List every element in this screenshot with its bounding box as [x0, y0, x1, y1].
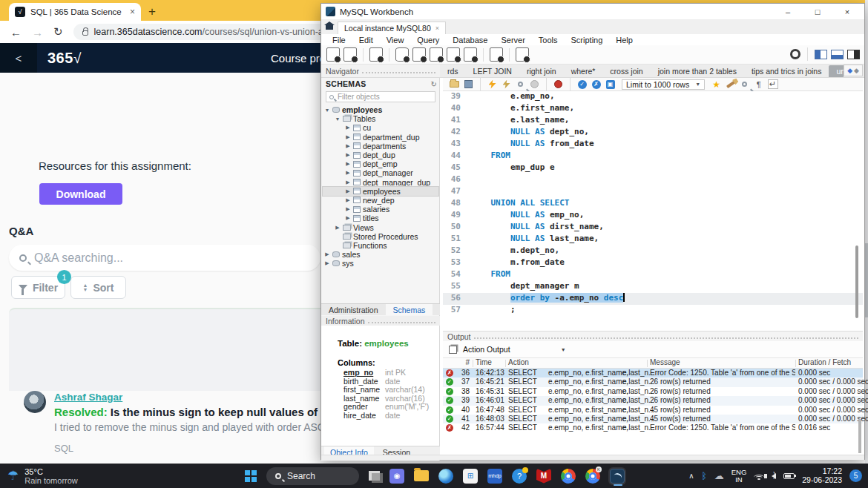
- tree-item[interactable]: ▶dept_manager_dup: [323, 178, 438, 187]
- tree-item[interactable]: ▶departments: [323, 142, 438, 151]
- file-explorer-icon[interactable]: [414, 470, 429, 481]
- editor-tab[interactable]: right join: [519, 65, 564, 77]
- code-line[interactable]: 50 NULL AS dirst_name,: [443, 222, 863, 234]
- menu-database[interactable]: Database: [446, 36, 494, 44]
- limit-rows-dropdown[interactable]: Limit to 1000 rows▼: [622, 79, 705, 90]
- rollback-icon[interactable]: ✗: [591, 79, 602, 89]
- collapsed-arrow-icon[interactable]: ▶: [345, 206, 351, 212]
- editor-tab[interactable]: join more than 2 tables: [651, 65, 744, 77]
- output-view-caret-icon[interactable]: ▼: [561, 347, 566, 352]
- execute-current-icon[interactable]: [501, 79, 512, 89]
- save-icon[interactable]: [463, 79, 474, 89]
- stop-on-error-icon[interactable]: [553, 79, 564, 89]
- schema-filter-input[interactable]: Filter objects: [326, 91, 435, 102]
- collapsed-arrow-icon[interactable]: ▶: [345, 152, 351, 158]
- tree-item[interactable]: ▶sales: [323, 250, 438, 259]
- tree-item[interactable]: Stored Procedures: [323, 232, 438, 241]
- editor-tab[interactable]: union*: [829, 65, 844, 77]
- code-line[interactable]: 40 e.first_name,: [443, 103, 863, 115]
- reload-icon[interactable]: ↻: [53, 25, 63, 39]
- create-function-icon[interactable]: [464, 47, 477, 62]
- wrap-text-icon[interactable]: ↵: [767, 79, 778, 89]
- connection-tab-close-icon[interactable]: ×: [435, 24, 439, 32]
- minimize-button[interactable]: –: [775, 4, 800, 19]
- tree-item[interactable]: ▶titles: [323, 214, 438, 222]
- code-line[interactable]: 56 order by -a.emp_no desc: [443, 293, 863, 305]
- explain-icon[interactable]: [515, 79, 526, 89]
- find-icon[interactable]: [739, 79, 750, 89]
- invisible-chars-icon[interactable]: ¶: [753, 79, 764, 89]
- clean-icon[interactable]: [725, 79, 736, 89]
- chrome-icon[interactable]: [561, 469, 576, 484]
- tree-item[interactable]: ▶sys: [323, 259, 438, 268]
- tree-item[interactable]: ▼Tables: [323, 114, 438, 123]
- code-line[interactable]: 49 NULL AS emp_no,: [443, 210, 863, 222]
- collapsed-arrow-icon[interactable]: ▶: [345, 143, 351, 149]
- taskbar-search[interactable]: Search: [266, 467, 359, 485]
- clock[interactable]: 17:2229-06-2023: [802, 467, 842, 484]
- execute-icon[interactable]: [487, 79, 498, 89]
- tab-scroll-arrows[interactable]: ◆ ◆: [844, 65, 863, 76]
- tree-item[interactable]: Functions: [323, 241, 438, 250]
- search-objects-icon[interactable]: [490, 47, 503, 62]
- qa-search-input[interactable]: Q&A searching...: [9, 245, 320, 271]
- chat-icon[interactable]: [389, 469, 404, 484]
- editor-tab[interactable]: LEFT JOIN: [466, 65, 519, 77]
- code-line[interactable]: 57 ;: [443, 305, 863, 317]
- expanded-arrow-icon[interactable]: ▼: [324, 108, 330, 113]
- collapsed-arrow-icon[interactable]: ▶: [324, 251, 330, 257]
- tray-expand-icon[interactable]: ∧: [688, 472, 694, 480]
- collapsed-arrow-icon[interactable]: ▶: [345, 188, 351, 194]
- open-sql-script-icon[interactable]: [343, 47, 357, 62]
- sidebar-tab-schemas[interactable]: Schemas: [386, 304, 433, 315]
- preferences-icon[interactable]: [790, 49, 800, 59]
- tab-scroll-left-icon[interactable]: ◆: [847, 67, 852, 74]
- onedrive-icon[interactable]: ☁: [714, 470, 724, 481]
- code-line[interactable]: 48 UNION ALL SELECT: [443, 198, 863, 210]
- output-view-selector[interactable]: Action Output: [463, 345, 510, 354]
- beautify-icon[interactable]: ★: [711, 79, 722, 89]
- tree-item[interactable]: ▶dept_emp: [323, 159, 438, 168]
- menu-query[interactable]: Query: [410, 36, 446, 44]
- code-line[interactable]: 39 e.emp_no,: [443, 91, 863, 103]
- task-view-icon[interactable]: [369, 471, 380, 481]
- mcafee-icon[interactable]: M: [536, 469, 551, 484]
- autocommit-icon[interactable]: ▣: [605, 79, 616, 89]
- output-scrollbar-thumb[interactable]: [858, 419, 861, 453]
- collapsed-arrow-icon[interactable]: ▶: [345, 179, 351, 185]
- tab-scroll-right-icon[interactable]: ◆: [854, 67, 859, 74]
- quick-assist-icon[interactable]: ?: [512, 469, 527, 484]
- chrome-profile-icon[interactable]: K: [585, 469, 600, 484]
- tree-item[interactable]: ▶employees: [323, 187, 438, 196]
- sort-button[interactable]: ▲▼ Sort: [70, 276, 126, 299]
- tree-item[interactable]: ▶dept_manager: [323, 168, 438, 177]
- editor-tab[interactable]: rds: [440, 65, 466, 77]
- maximize-button[interactable]: □: [805, 4, 830, 19]
- tree-item[interactable]: ▶department_dup: [323, 133, 438, 142]
- create-view-icon[interactable]: [430, 47, 443, 62]
- commit-icon[interactable]: ✓: [576, 79, 588, 89]
- code-line[interactable]: 41 e.last_name,: [443, 115, 863, 127]
- notification-badge[interactable]: 5: [849, 469, 862, 482]
- menu-scripting[interactable]: Scripting: [565, 36, 610, 44]
- expanded-arrow-icon[interactable]: ▼: [335, 116, 341, 122]
- open-file-icon[interactable]: [449, 79, 460, 89]
- code-line[interactable]: 52 m.dept_no,: [443, 245, 863, 257]
- menu-edit[interactable]: Edit: [352, 36, 380, 44]
- bluetooth-icon[interactable]: ᛒ: [701, 471, 706, 481]
- tab-close-icon[interactable]: ×: [130, 7, 135, 17]
- reconnect-icon[interactable]: [516, 47, 529, 62]
- collapsed-arrow-icon[interactable]: ▶: [345, 134, 351, 140]
- code-line[interactable]: 44 FROM: [443, 151, 863, 162]
- code-line[interactable]: 46: [443, 174, 863, 186]
- code-line[interactable]: 54 FROM: [443, 269, 863, 281]
- tree-item[interactable]: ▶new_dep: [323, 196, 438, 205]
- close-button[interactable]: ×: [835, 4, 860, 19]
- tree-item[interactable]: ▼employees: [323, 105, 438, 114]
- output-row[interactable]: ✓3716:45:21SELECTe.emp_no,e.first_name,e…: [443, 377, 863, 386]
- question-author-link[interactable]: Ashraf Shagar: [54, 392, 122, 403]
- start-button[interactable]: [245, 470, 257, 482]
- menu-help[interactable]: Help: [609, 36, 640, 44]
- course-back-button[interactable]: <: [0, 43, 37, 73]
- stop-icon[interactable]: [529, 79, 540, 89]
